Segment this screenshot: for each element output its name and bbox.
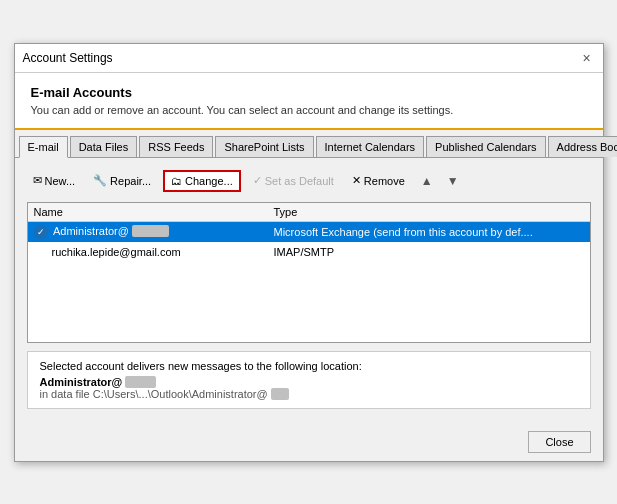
tab-content: ✉ New... 🔧 Repair... 🗂 Change... ✓ Set a… (15, 158, 603, 425)
table-header: Name Type (28, 203, 590, 222)
accounts-table: Name Type ✓ Administrator@ Microsoft Exc… (27, 202, 591, 343)
account-settings-dialog: Account Settings × E-mail Accounts You c… (14, 43, 604, 462)
account-name-text: Administrator@ (53, 225, 129, 237)
dialog-title: Account Settings (23, 51, 113, 65)
section-description: You can add or remove an account. You ca… (31, 104, 587, 116)
table-row[interactable]: ruchika.lepide@gmail.com IMAP/SMTP (28, 242, 590, 262)
tab-address-books[interactable]: Address Books (548, 136, 617, 157)
tabs-bar: E-mail Data Files RSS Feeds SharePoint L… (15, 130, 603, 158)
repair-button[interactable]: 🔧 Repair... (87, 171, 157, 190)
close-button[interactable]: Close (528, 431, 590, 453)
account-list: ✓ Administrator@ Microsoft Exchange (sen… (28, 222, 590, 342)
footer-label: Selected account delivers new messages t… (40, 360, 578, 372)
change-button[interactable]: 🗂 Change... (163, 170, 241, 192)
change-icon: 🗂 (171, 175, 182, 187)
account-name-cell: ruchika.lepide@gmail.com (34, 246, 274, 258)
new-label: New... (45, 175, 76, 187)
section-title: E-mail Accounts (31, 85, 587, 100)
account-type-cell: IMAP/SMTP (274, 246, 584, 258)
repair-icon: 🔧 (93, 174, 107, 187)
account-type-cell: Microsoft Exchange (send from this accou… (274, 226, 584, 238)
tab-email[interactable]: E-mail (19, 136, 68, 158)
table-row[interactable]: ✓ Administrator@ Microsoft Exchange (sen… (28, 222, 590, 242)
change-label: Change... (185, 175, 233, 187)
remove-button[interactable]: ✕ Remove (346, 171, 411, 190)
set-default-button[interactable]: ✓ Set as Default (247, 171, 340, 190)
repair-label: Repair... (110, 175, 151, 187)
account-name-blur (132, 225, 169, 237)
tab-rss-feeds[interactable]: RSS Feeds (139, 136, 213, 157)
tab-data-files[interactable]: Data Files (70, 136, 138, 157)
window-close-button[interactable]: × (579, 50, 595, 66)
remove-icon: ✕ (352, 174, 361, 187)
move-down-button[interactable]: ▼ (443, 172, 463, 190)
accounts-toolbar: ✉ New... 🔧 Repair... 🗂 Change... ✓ Set a… (27, 166, 591, 196)
footer-account: Administrator@ (40, 376, 578, 388)
set-default-label: Set as Default (265, 175, 334, 187)
tab-published-calendars[interactable]: Published Calendars (426, 136, 546, 157)
tab-internet-calendars[interactable]: Internet Calendars (316, 136, 425, 157)
footer-data-file: in data file C:\Users\...\Outlook\Admini… (40, 388, 578, 400)
bottom-bar: Close (15, 425, 603, 461)
account-icon: ✓ (34, 225, 48, 239)
account-name-text: ruchika.lepide@gmail.com (52, 246, 181, 258)
header-section: E-mail Accounts You can add or remove an… (15, 73, 603, 130)
tab-sharepoint-lists[interactable]: SharePoint Lists (215, 136, 313, 157)
new-button[interactable]: ✉ New... (27, 171, 82, 190)
set-default-icon: ✓ (253, 174, 262, 187)
account-name-cell: ✓ Administrator@ (34, 225, 274, 239)
remove-label: Remove (364, 175, 405, 187)
col-name-header: Name (34, 206, 274, 218)
move-up-button[interactable]: ▲ (417, 172, 437, 190)
col-type-header: Type (274, 206, 584, 218)
new-icon: ✉ (33, 174, 42, 187)
footer-data-file-blur (271, 388, 289, 400)
title-bar: Account Settings × (15, 44, 603, 73)
footer-account-name: Administrator@ (40, 376, 156, 388)
footer-info: Selected account delivers new messages t… (27, 351, 591, 409)
footer-account-blur (125, 376, 156, 388)
